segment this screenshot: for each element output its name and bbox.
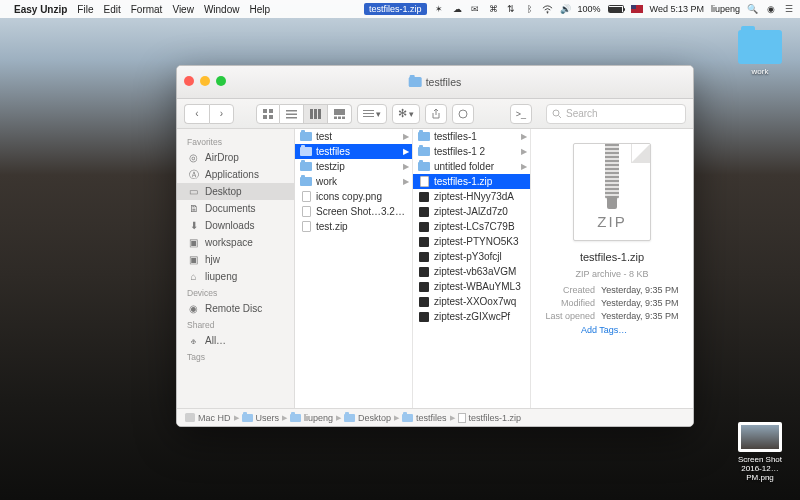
- forward-button[interactable]: ›: [209, 104, 234, 124]
- window-title: testfiles: [409, 76, 462, 88]
- sidebar-item[interactable]: ▭Desktop: [177, 183, 294, 200]
- spotlight-icon[interactable]: 🔍: [747, 4, 758, 15]
- back-button[interactable]: ‹: [184, 104, 209, 124]
- app-name[interactable]: Easy Unzip: [14, 4, 67, 15]
- sidebar-item[interactable]: ⬇Downloads: [177, 217, 294, 234]
- documents-icon: 🗎: [187, 203, 200, 215]
- menu-format[interactable]: Format: [131, 4, 163, 15]
- column-row[interactable]: ziptest-XXOox7wq: [413, 294, 530, 309]
- folder-icon: [418, 162, 430, 172]
- desktop-folder-work[interactable]: work: [734, 30, 786, 76]
- column-row[interactable]: work▶: [295, 174, 412, 189]
- sidebar-item[interactable]: ▣workspace: [177, 234, 294, 251]
- folder-icon: [300, 147, 312, 157]
- user-name[interactable]: liupeng: [711, 4, 740, 14]
- window-title-text: testfiles: [426, 76, 462, 88]
- column-row[interactable]: test▶: [295, 129, 412, 144]
- clock[interactable]: Wed 5:13 PM: [650, 4, 704, 14]
- battery-icon[interactable]: [608, 5, 624, 13]
- view-list-button[interactable]: [280, 104, 304, 124]
- path-segment[interactable]: testfiles: [416, 413, 447, 423]
- sidebar-item[interactable]: ⒶApplications: [177, 166, 294, 183]
- menu-window[interactable]: Window: [204, 4, 240, 15]
- column-row[interactable]: ziptest-pY3ofcjl: [413, 249, 530, 264]
- bluetooth-icon[interactable]: ᛒ: [524, 4, 535, 15]
- svg-rect-3: [263, 115, 267, 119]
- sidebar-item-label: All…: [205, 335, 226, 346]
- column-row[interactable]: test.zip: [295, 219, 412, 234]
- column-row[interactable]: ziptest-PTYNO5K3: [413, 234, 530, 249]
- menubar-extra-icon[interactable]: ⌘: [488, 4, 499, 15]
- column-row[interactable]: Screen Shot…3.24 PM.png: [295, 204, 412, 219]
- share-button[interactable]: [425, 104, 447, 124]
- preview-pane: ZIP testfiles-1.zip ZIP archive - 8 KB C…: [531, 129, 693, 408]
- menubar-extra-icon[interactable]: ✉: [470, 4, 481, 15]
- column-row[interactable]: testfiles-1.zip: [413, 174, 530, 189]
- row-label: testfiles: [316, 146, 399, 157]
- add-tags-link[interactable]: Add Tags…: [539, 325, 685, 335]
- volume-icon[interactable]: 🔊: [560, 4, 571, 15]
- row-label: testfiles-1: [434, 131, 517, 142]
- column-row[interactable]: untitled folder▶: [413, 159, 530, 174]
- sidebar-item[interactable]: ◎AirDrop: [177, 149, 294, 166]
- view-column-button[interactable]: [304, 104, 328, 124]
- column-row[interactable]: ziptest-LCs7C79B: [413, 219, 530, 234]
- svg-rect-6: [286, 113, 297, 115]
- row-label: ziptest-pY3ofcjl: [434, 251, 527, 262]
- folder-icon: [344, 414, 355, 422]
- path-segment[interactable]: liupeng: [304, 413, 333, 423]
- column-row[interactable]: ziptest-WBAuYML3: [413, 279, 530, 294]
- sidebar-item[interactable]: 🜨All…: [177, 332, 294, 349]
- sidebar-item[interactable]: ◉Remote Disc: [177, 300, 294, 317]
- menubar-extra-icon[interactable]: ✶: [434, 4, 445, 15]
- search-field[interactable]: Search: [546, 104, 686, 124]
- path-segment[interactable]: Desktop: [358, 413, 391, 423]
- menubar-extra-icon[interactable]: ☁: [452, 4, 463, 15]
- menu-help[interactable]: Help: [249, 4, 270, 15]
- zoom-button[interactable]: [216, 76, 226, 86]
- minimize-button[interactable]: [200, 76, 210, 86]
- menubar-extra-icon[interactable]: ⇅: [506, 4, 517, 15]
- column-row[interactable]: testfiles-1 2▶: [413, 144, 530, 159]
- desktop-screenshot[interactable]: Screen Shot 2016-12…PM.png: [734, 422, 786, 482]
- home-icon: ⌂: [187, 271, 200, 283]
- column-row[interactable]: ziptest-vb63aVGM: [413, 264, 530, 279]
- meta-value: Yesterday, 9:35 PM: [598, 310, 682, 323]
- row-label: testfiles-1.zip: [434, 176, 527, 187]
- arrange-button[interactable]: ▾: [357, 104, 387, 124]
- view-gallery-button[interactable]: [328, 104, 352, 124]
- folder-icon: [300, 177, 312, 187]
- path-segment[interactable]: Users: [256, 413, 280, 423]
- sidebar-item[interactable]: ⌂liupeng: [177, 268, 294, 285]
- chevron-right-icon: ▶: [521, 147, 527, 156]
- close-button[interactable]: [184, 76, 194, 86]
- meta-row: ModifiedYesterday, 9:35 PM: [542, 297, 681, 310]
- column-row[interactable]: testzip▶: [295, 159, 412, 174]
- terminal-button[interactable]: >_: [510, 104, 532, 124]
- column-row[interactable]: ziptest-JAlZd7z0: [413, 204, 530, 219]
- menu-edit[interactable]: Edit: [103, 4, 120, 15]
- notification-pill[interactable]: testfiles-1.zip: [364, 3, 427, 15]
- action-button[interactable]: ✻▾: [392, 104, 420, 124]
- sidebar-item[interactable]: 🗎Documents: [177, 200, 294, 217]
- menu-file[interactable]: File: [77, 4, 93, 15]
- notification-center-icon[interactable]: ☰: [783, 4, 794, 15]
- path-segment[interactable]: Mac HD: [198, 413, 231, 423]
- column-browser: test▶testfiles▶testzip▶work▶icons copy.p…: [295, 129, 693, 408]
- menu-view[interactable]: View: [172, 4, 194, 15]
- view-icon-button[interactable]: [256, 104, 280, 124]
- column-row[interactable]: testfiles-1▶: [413, 129, 530, 144]
- column-row[interactable]: testfiles▶: [295, 144, 412, 159]
- path-segment[interactable]: testfiles-1.zip: [469, 413, 522, 423]
- siri-icon[interactable]: ◉: [765, 4, 776, 15]
- tags-button[interactable]: [452, 104, 474, 124]
- wifi-icon[interactable]: [542, 4, 553, 15]
- search-placeholder: Search: [566, 108, 598, 119]
- column-row[interactable]: ziptest-HNyy73dA: [413, 189, 530, 204]
- titlebar[interactable]: testfiles: [177, 66, 693, 99]
- folder-icon: ▣: [187, 237, 200, 249]
- column-row[interactable]: icons copy.png: [295, 189, 412, 204]
- column-row[interactable]: ziptest-zGIXwcPf: [413, 309, 530, 324]
- sidebar-item[interactable]: ▣hjw: [177, 251, 294, 268]
- input-flag-icon[interactable]: [631, 5, 643, 13]
